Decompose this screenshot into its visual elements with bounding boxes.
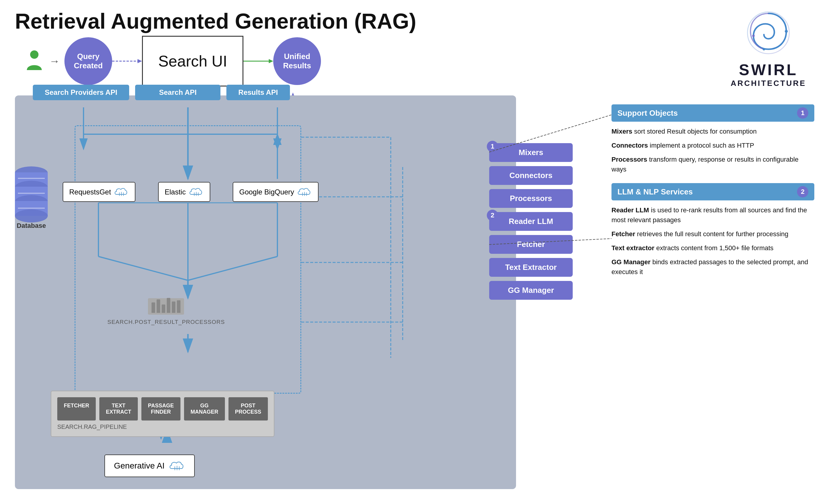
- swirl-brand-name: SWIRL: [727, 61, 810, 79]
- llm-nlp-section: LLM & NLP Services 2 Reader LLM is used …: [612, 183, 814, 277]
- reader-llm-badge: 2: [487, 210, 498, 221]
- rag-pipeline-label: SEARCH.RAG_PIPELINE: [57, 423, 268, 430]
- sidebar-item-mixers[interactable]: Mixers: [489, 143, 573, 162]
- dashed-arrow-1: [112, 57, 142, 66]
- query-created-node: QueryCreated: [64, 37, 112, 85]
- svg-line-36: [188, 257, 278, 280]
- rag-step-post-process: POSTPROCESS: [228, 397, 268, 420]
- gg-manager-desc: GG Manager binds extracted passages to t…: [612, 257, 814, 277]
- description-panel: Support Objects 1 Mixers sort stored Res…: [612, 104, 814, 286]
- svg-marker-8: [269, 59, 273, 63]
- sidebar-panel: Mixers 1 Connectors Processors Reader LL…: [489, 143, 573, 300]
- main-diagram: Search Providers API Search API Results …: [15, 95, 516, 489]
- top-flow: → QueryCreated Search UI UnifiedResults: [24, 36, 321, 87]
- sidebar-item-text-extractor[interactable]: Text Extractor: [489, 258, 573, 277]
- mixers-desc: Mixers sort stored Result objects for co…: [612, 127, 814, 136]
- person-icon: [24, 49, 45, 73]
- sidebar-item-connectors[interactable]: Connectors: [489, 166, 573, 185]
- svg-marker-6: [137, 59, 142, 63]
- rag-pipeline-steps: FETCHER TEXTEXTRACT PASSAGEFINDER GGMANA…: [57, 397, 268, 420]
- mixers-badge: 1: [487, 141, 498, 152]
- svg-point-4: [30, 50, 39, 59]
- flow-arrow-1: →: [49, 55, 60, 67]
- sidebar-item-processors[interactable]: Processors: [489, 189, 573, 208]
- sidebar-mixers-wrapper: Mixers 1: [489, 143, 573, 162]
- google-bigquery-connector: Google BigQuery: [233, 182, 319, 202]
- llm-nlp-badge: 2: [797, 186, 808, 197]
- sidebar-reader-llm-wrapper: Reader LLM 2: [489, 212, 573, 231]
- unified-results-node: UnifiedResults: [273, 37, 321, 85]
- processors-desc: Processors transform query, response or …: [612, 154, 814, 174]
- support-objects-section: Support Objects 1 Mixers sort stored Res…: [612, 104, 814, 174]
- page-title: Retrieval Augmented Generation (RAG): [15, 9, 416, 34]
- sidebar-item-reader-llm[interactable]: Reader LLM: [489, 212, 573, 231]
- rag-step-gg-manager: GGMANAGER: [184, 397, 225, 420]
- swirl-subtitle: ARCHITECTURE: [727, 79, 810, 88]
- post-processor-label: SEARCH.POST_RESULT_PROCESSORS: [107, 319, 225, 325]
- generative-ai-box: Generative AI: [104, 455, 195, 477]
- text-extractor-desc: Text extractor extracts content from 1,5…: [612, 243, 814, 253]
- post-processor: SEARCH.POST_RESULT_PROCESSORS: [107, 298, 225, 325]
- swirl-logo: SWIRL ARCHITECTURE: [727, 9, 810, 88]
- search-ui-box: Search UI: [142, 36, 243, 87]
- requestsget-connector: RequestsGet: [63, 182, 135, 202]
- support-objects-badge: 1: [797, 107, 808, 119]
- svg-point-1: [785, 30, 788, 33]
- sidebar-item-gg-manager[interactable]: GG Manager: [489, 281, 573, 300]
- svg-point-2: [752, 35, 755, 37]
- reader-llm-desc: Reader LLM is used to re-rank results fr…: [612, 205, 814, 225]
- llm-nlp-header: LLM & NLP Services 2: [612, 183, 814, 200]
- rag-step-fetcher: FETCHER: [57, 397, 96, 420]
- connectors-desc: Connectors implement a protocol such as …: [612, 140, 814, 150]
- svg-point-3: [763, 48, 765, 50]
- svg-line-34: [98, 257, 188, 280]
- elastic-connector: Elastic: [158, 182, 210, 202]
- generative-ai-label: Generative AI: [114, 461, 164, 470]
- sidebar-item-fetcher[interactable]: Fetcher: [489, 235, 573, 254]
- flow-arrow-2: [243, 57, 273, 66]
- rag-step-text-extract: TEXTEXTRACT: [99, 397, 138, 420]
- rag-pipeline: FETCHER TEXTEXTRACT PASSAGEFINDER GGMANA…: [51, 391, 275, 437]
- fetcher-desc: Fetcher retrieves the full result conten…: [612, 229, 814, 239]
- rag-step-passage-finder: PASSAGEFINDER: [141, 397, 180, 420]
- support-objects-header: Support Objects 1: [612, 104, 814, 122]
